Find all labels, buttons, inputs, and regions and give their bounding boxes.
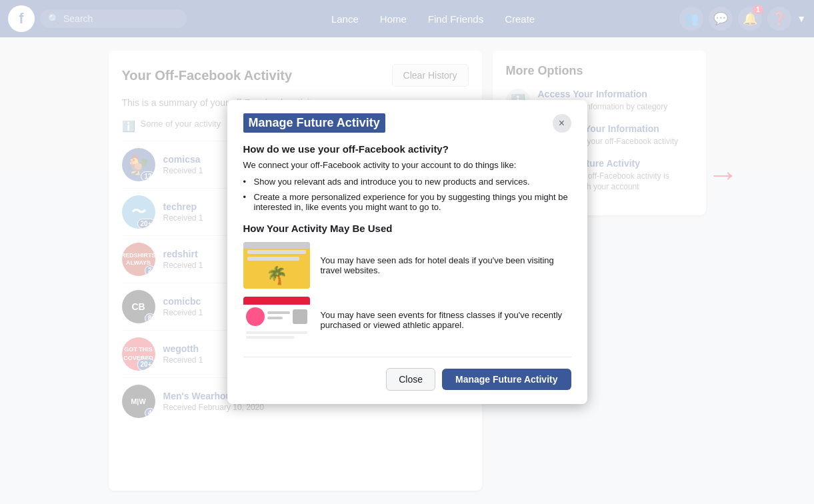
modal-title: Manage Future Activity: [243, 113, 385, 133]
modal-bullet-1: Show you relevant ads and introduce you …: [243, 177, 571, 187]
fitness-example-image: [243, 297, 310, 343]
close-button[interactable]: Close: [386, 368, 435, 391]
modal-section1-title: How do we use your off-Facebook activity…: [243, 143, 571, 155]
modal-close-button[interactable]: ×: [553, 114, 571, 133]
modal-overlay: Manage Future Activity × How do we use y…: [0, 0, 814, 504]
travel-example: 🌴 You may have seen ads for hotel deals …: [243, 242, 571, 289]
travel-example-text: You may have seen ads for hotel deals if…: [321, 255, 571, 275]
modal-bullets: Show you relevant ads and introduce you …: [243, 177, 571, 212]
modal-dialog: Manage Future Activity × How do we use y…: [227, 100, 587, 404]
manage-future-activity-button[interactable]: Manage Future Activity: [442, 369, 571, 390]
modal-bullet-2: Create a more personalized experience fo…: [243, 192, 571, 212]
fitness-example: You may have seen events for fitness cla…: [243, 297, 571, 343]
modal-intro-text: We connect your off-Facebook activity to…: [243, 160, 571, 170]
fitness-example-text: You may have seen events for fitness cla…: [321, 310, 571, 330]
modal-footer: Close Manage Future Activity: [243, 357, 571, 391]
travel-example-image: 🌴: [243, 242, 310, 289]
modal-examples: 🌴 You may have seen ads for hotel deals …: [243, 242, 571, 343]
modal-header: Manage Future Activity ×: [243, 113, 571, 133]
modal-section2-title: How Your Activity May Be Used: [243, 223, 571, 234]
